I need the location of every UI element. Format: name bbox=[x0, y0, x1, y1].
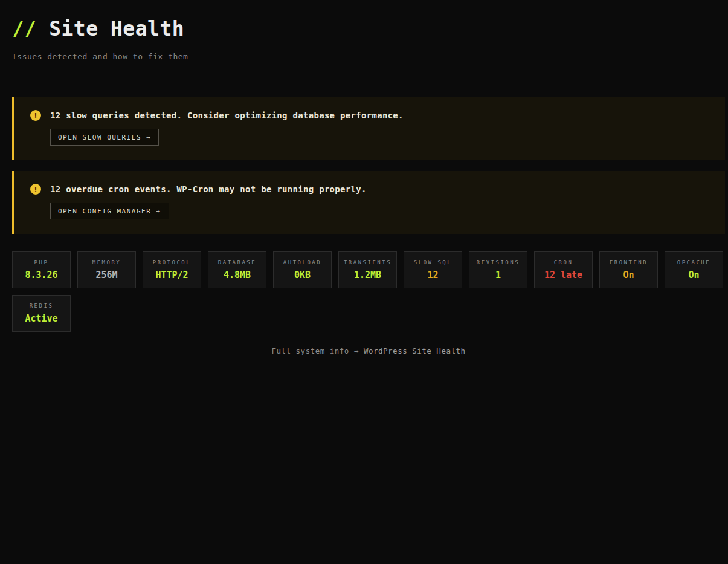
stat-value: Active bbox=[25, 313, 57, 324]
stat-card-database: DATABASE 4.8MB bbox=[208, 251, 266, 288]
warning-icon: ! bbox=[30, 110, 41, 121]
stat-card-revisions: REVISIONS 1 bbox=[469, 251, 527, 288]
stat-label: CRON bbox=[554, 259, 573, 265]
alerts-section: ! 12 slow queries detected. Consider opt… bbox=[12, 97, 725, 234]
stat-label: MEMORY bbox=[92, 259, 121, 265]
header-divider bbox=[12, 77, 725, 77]
warning-icon: ! bbox=[30, 184, 41, 195]
stat-card-opcache: OPCACHE On bbox=[665, 251, 723, 288]
stat-card-transients: TRANSIENTS 1.2MB bbox=[338, 251, 397, 288]
stat-card-slow-sql: SLOW SQL 12 bbox=[404, 251, 462, 288]
stat-label: REVISIONS bbox=[477, 259, 520, 265]
stat-value: On bbox=[688, 270, 699, 280]
stat-value: 256M bbox=[95, 270, 117, 280]
stat-label: SLOW SQL bbox=[414, 259, 452, 265]
stat-label: AUTOLOAD bbox=[283, 259, 321, 265]
alert-message: 12 slow queries detected. Consider optim… bbox=[50, 110, 404, 121]
stat-card-frontend: FRONTEND On bbox=[599, 251, 658, 288]
stat-value: 8.3.26 bbox=[25, 270, 57, 280]
alert-message-row: ! 12 slow queries detected. Consider opt… bbox=[30, 110, 713, 121]
stat-value: 12 late bbox=[544, 270, 582, 280]
stats-grid: PHP 8.3.26 MEMORY 256M PROTOCOL HTTP/2 D… bbox=[12, 251, 725, 332]
stat-label: OPCACHE bbox=[677, 259, 710, 265]
stat-label: REDIS bbox=[30, 303, 54, 309]
alert-message: 12 overdue cron events. WP-Cron may not … bbox=[50, 184, 367, 195]
title-slashes-decoration: // bbox=[12, 17, 37, 41]
stat-card-cron: CRON 12 late bbox=[534, 251, 593, 288]
stat-value: 1 bbox=[495, 270, 501, 280]
stat-card-memory: MEMORY 256M bbox=[77, 251, 136, 288]
alert-message-row: ! 12 overdue cron events. WP-Cron may no… bbox=[30, 184, 713, 195]
stat-card-protocol: PROTOCOL HTTP/2 bbox=[143, 251, 201, 288]
stat-label: FRONTEND bbox=[610, 259, 648, 265]
stat-value: 12 bbox=[427, 270, 438, 280]
open-config-manager-button[interactable]: OPEN CONFIG MANAGER → bbox=[50, 203, 169, 219]
page-title-text: Site Health bbox=[49, 17, 184, 41]
page-header: // Site Health Issues detected and how t… bbox=[12, 17, 725, 77]
stat-label: DATABASE bbox=[218, 259, 256, 265]
alert-overdue-cron: ! 12 overdue cron events. WP-Cron may no… bbox=[12, 171, 725, 234]
stat-value: 4.8MB bbox=[224, 270, 251, 280]
stat-label: TRANSIENTS bbox=[344, 259, 391, 265]
site-health-page: // Site Health Issues detected and how t… bbox=[0, 0, 728, 355]
stat-value: On bbox=[623, 270, 634, 280]
stat-label: PROTOCOL bbox=[153, 259, 191, 265]
footer: Full system info → WordPress Site Health bbox=[12, 346, 725, 355]
footer-text: Full system info → bbox=[271, 346, 364, 355]
alert-slow-queries: ! 12 slow queries detected. Consider opt… bbox=[12, 97, 725, 160]
wordpress-site-health-link[interactable]: WordPress Site Health bbox=[364, 346, 466, 355]
page-subtitle: Issues detected and how to fix them bbox=[12, 52, 725, 61]
open-slow-queries-button[interactable]: OPEN SLOW QUERIES → bbox=[50, 129, 159, 146]
stat-label: PHP bbox=[34, 259, 49, 265]
stat-card-redis: REDIS Active bbox=[12, 295, 71, 332]
stat-value: 1.2MB bbox=[354, 270, 381, 280]
stat-value: HTTP/2 bbox=[155, 270, 188, 280]
stat-value: 0KB bbox=[294, 270, 311, 280]
stat-card-autoload: AUTOLOAD 0KB bbox=[273, 251, 332, 288]
page-title: // Site Health bbox=[12, 17, 725, 41]
stat-card-php: PHP 8.3.26 bbox=[12, 251, 71, 288]
